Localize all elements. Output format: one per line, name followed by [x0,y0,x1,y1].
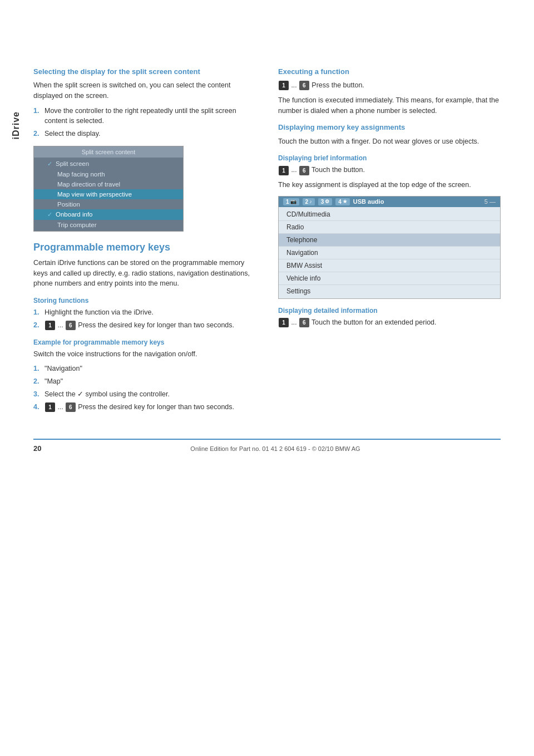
detailed-info-heading: Displaying detailed information [278,307,501,315]
left-column: Selecting the display for the split scre… [33,67,256,416]
idrive-display: 1📷 2♪ 3⚙ 4★ USB audio 5 — [278,196,501,299]
programmable-keys-heading: Programmable memory keys [33,242,256,253]
menu-item-map-direction: Map direction of travel [34,179,183,189]
example-steps: 1. "Navigation" 2. "Map" 3. Select the ✓… [33,364,256,412]
idrive-header-label: USB audio [353,198,481,205]
idrive-header-right: 5 — [484,198,496,205]
key-badge-6: 6 [66,321,76,330]
example-step-1: 1. "Navigation" [33,364,256,374]
detailed-info-keys: 1 ... 6 Touch the button for an extended… [278,317,501,328]
header-btn-2: 2♪ [303,198,315,205]
split-screen-steps: 1. Move the controller to the right repe… [33,106,256,139]
detail-key-1: 1 [279,318,289,327]
section-split-screen-body: When the split screen is switched on, yo… [33,80,256,101]
header-btn-1: 1📷 [283,198,299,205]
example-body: Switch the voice instructions for the na… [33,349,256,360]
split-screen-screenshot: Split screen content ✓Split screen Map f… [33,146,184,232]
idrive-header: 1📷 2♪ 3⚙ 4★ USB audio 5 — [279,197,500,207]
example-step-4: 4. 1 ... 6 Press the desired key for lon… [33,402,256,413]
displaying-memory-section: Displaying memory key assignments Touch … [278,122,501,146]
storing-step-1: 1. Highlight the function via the iDrive… [33,307,256,318]
menu-item-map-north: Map facing north [34,169,183,179]
section-programmable-keys: Programmable memory keys Certain iDrive … [33,242,256,413]
idrive-item-vehicle-info: Vehicle info [279,272,500,285]
executing-function-detail: The function is executed immediately. Th… [278,95,501,116]
key-badge-1: 1 [45,321,55,330]
brief-info-keys: 1 ... 6 Touch the button. [278,165,501,175]
brief-key-1: 1 [279,166,289,175]
gear-icon: ⚙ [325,199,329,204]
example-step-3: 3. Select the ✓ symbol using the control… [33,389,256,400]
split-step-1: 1. Move the controller to the right repe… [33,106,256,127]
executing-function-heading: Executing a function [278,67,501,77]
storing-steps: 1. Highlight the function via the iDrive… [33,307,256,331]
idrive-item-radio: Radio [279,221,500,234]
displaying-memory-body: Touch the button with a finger. Do not w… [278,136,501,147]
screenshot-menu: ✓Split screen Map facing north Map direc… [34,158,183,231]
music-icon: ♪ [309,199,312,204]
executing-function-section: Executing a function 1 ... 6 Press the b… [278,67,501,116]
example-section: Example for programmable memory keys Swi… [33,338,256,413]
example-key-badge-6: 6 [66,402,76,412]
displaying-memory-heading: Displaying memory key assignments [278,122,501,132]
section-split-screen-heading: Selecting the display for the split scre… [33,67,256,77]
idrive-item-cd: CD/Multimedia [279,208,500,221]
header-btn-4: 4★ [335,198,350,205]
brief-key-6: 6 [299,166,309,175]
check-icon-split: ✓ [47,160,52,168]
exec-key-6: 6 [299,81,309,90]
header-btn-3: 3⚙ [318,198,333,205]
screenshot-title: Split screen content [34,146,183,158]
exec-key-1: 1 [279,81,289,90]
idrive-item-bmw-assist: BMW Assist [279,259,500,272]
storing-functions-section: Storing functions 1. Highlight the funct… [33,297,256,331]
sidebar-label: iDrive [11,111,27,139]
menu-item-onboard-info: ✓Onboard info [34,209,183,220]
star-icon: ★ [343,199,347,204]
idrive-item-telephone: Telephone [279,234,500,247]
menu-item-position: Position [34,199,183,209]
page-container: iDrive Selecting the display for the spl… [0,0,534,756]
section-split-screen: Selecting the display for the split scre… [33,67,256,232]
camera-icon: 📷 [290,199,296,204]
storing-functions-heading: Storing functions [33,297,256,305]
example-heading: Example for programmable memory keys [33,338,256,346]
executing-function-keys: 1 ... 6 Press the button. [278,80,501,91]
footer-page-number: 20 [33,444,50,453]
detailed-info-section: Displaying detailed information 1 ... 6 … [278,307,501,328]
split-step-2: 2. Select the display. [33,129,256,139]
menu-item-split-screen: ✓Split screen [34,159,183,169]
check-icon-onboard: ✓ [47,211,52,218]
footer-copyright: Online Edition for Part no. 01 41 2 604 … [50,445,501,452]
brief-info-section: Displaying brief information 1 ... 6 Tou… [278,154,501,299]
right-column: Executing a function 1 ... 6 Press the b… [278,67,501,416]
menu-item-trip-computer: Trip computer [34,220,183,230]
footer: 20 Online Edition for Part no. 01 41 2 6… [33,439,501,453]
idrive-item-navigation: Navigation [279,247,500,259]
programmable-keys-body: Certain iDrive functions can be stored o… [33,258,256,289]
idrive-body: CD/Multimedia Radio Telephone Navigation… [279,207,500,298]
brief-info-detail: The key assignment is displayed at the t… [278,180,501,190]
example-key-badge-1: 1 [45,402,55,412]
idrive-item-settings: Settings [279,285,500,297]
detail-key-6: 6 [299,318,309,327]
brief-info-heading: Displaying brief information [278,154,501,162]
example-step-2: 2. "Map" [33,376,256,387]
storing-step-2: 2. 1 ... 6 Press the desired key for lon… [33,320,256,331]
menu-item-map-perspective: Map view with perspective [34,189,183,199]
main-content: Selecting the display for the split scre… [33,67,501,416]
